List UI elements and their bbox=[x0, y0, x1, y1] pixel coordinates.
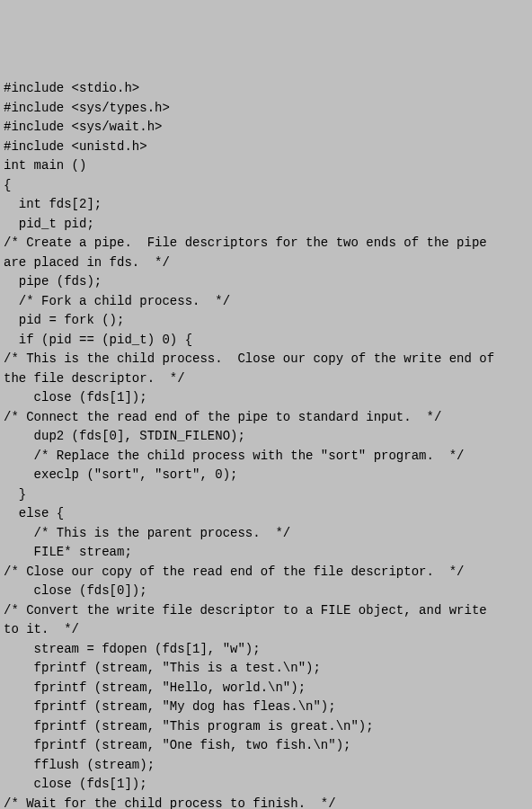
code-line: else { bbox=[4, 504, 528, 524]
code-line: fprintf (stream, "This is a test.\n"); bbox=[4, 659, 528, 679]
code-line: dup2 (fds[0], STDIN_FILENO); bbox=[4, 427, 528, 447]
code-line: /* Convert the write file descriptor to … bbox=[4, 601, 528, 621]
code-line: FILE* stream; bbox=[4, 543, 528, 563]
code-line: #include <unistd.h> bbox=[4, 138, 528, 157]
code-line: #include <sys/wait.h> bbox=[4, 118, 528, 138]
code-line: the file descriptor. */ bbox=[4, 369, 528, 389]
code-line: fprintf (stream, "My dog has fleas.\n"); bbox=[4, 698, 528, 717]
code-line: close (fds[0]); bbox=[4, 582, 528, 601]
code-line: int fds[2]; bbox=[4, 195, 528, 215]
code-line: /* Connect the read end of the pipe to s… bbox=[4, 408, 528, 428]
code-line: /* Replace the child process with the "s… bbox=[4, 447, 528, 467]
code-line: stream = fdopen (fds[1], "w"); bbox=[4, 640, 528, 660]
code-line: { bbox=[4, 176, 528, 196]
code-line: to it. */ bbox=[4, 620, 528, 640]
code-line: #include <sys/types.h> bbox=[4, 99, 528, 119]
code-line: /* Close our copy of the read end of the… bbox=[4, 563, 528, 582]
code-line: /* Fork a child process. */ bbox=[4, 292, 528, 312]
code-line: fprintf (stream, "This program is great.… bbox=[4, 717, 528, 737]
code-line: /* This is the child process. Close our … bbox=[4, 350, 528, 369]
code-line: /* Wait for the child process to finish.… bbox=[4, 795, 528, 810]
code-line: fflush (stream); bbox=[4, 756, 528, 776]
code-line: are placed in fds. */ bbox=[4, 253, 528, 273]
code-block: #include <stdio.h>#include <sys/types.h>… bbox=[4, 79, 528, 809]
code-line: /* Create a pipe. File descriptors for t… bbox=[4, 234, 528, 253]
code-line: close (fds[1]); bbox=[4, 775, 528, 795]
code-line: int main () bbox=[4, 156, 528, 176]
code-line: close (fds[1]); bbox=[4, 388, 528, 408]
code-line: execlp ("sort", "sort", 0); bbox=[4, 466, 528, 485]
code-line: #include <stdio.h> bbox=[4, 79, 528, 99]
code-line: if (pid == (pid_t) 0) { bbox=[4, 331, 528, 351]
code-line: pid = fork (); bbox=[4, 311, 528, 331]
code-line: fprintf (stream, "Hello, world.\n"); bbox=[4, 679, 528, 698]
code-line: fprintf (stream, "One fish, two fish.\n"… bbox=[4, 736, 528, 756]
code-line: } bbox=[4, 485, 528, 505]
code-line: pipe (fds); bbox=[4, 272, 528, 292]
code-line: /* This is the parent process. */ bbox=[4, 524, 528, 544]
code-line: pid_t pid; bbox=[4, 215, 528, 235]
